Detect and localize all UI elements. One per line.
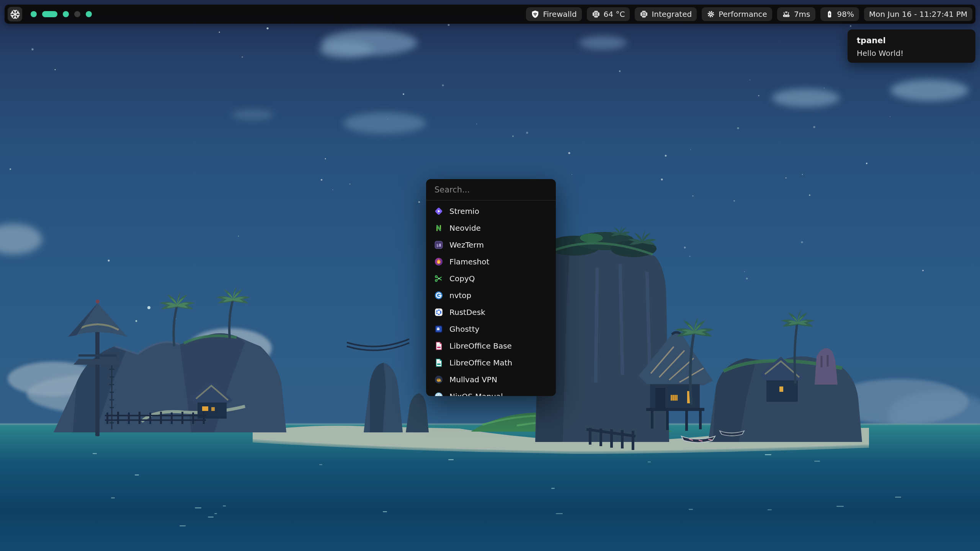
status-widgets: Firewalld 64 °C Integrat [526,7,972,21]
ghostty-icon [434,324,444,334]
app-list: Stremio Neovide $ WezTerm [426,201,556,396]
workspace-dot-occupied[interactable] [86,11,92,17]
app-item-stremio[interactable]: Stremio [426,203,556,220]
app-label: LibreOffice Base [449,341,512,350]
flameshot-icon [434,257,444,267]
app-label: LibreOffice Math [449,358,512,367]
battery-widget[interactable]: 98% [820,7,859,21]
launcher-button[interactable] [8,7,22,21]
clock-widget[interactable]: Mon Jun 16 - 11:27:41 PM [864,7,972,21]
gpu-label: Integrated [652,10,692,19]
mullvad-vpn-icon [434,375,444,385]
workspace-dot-empty[interactable] [74,11,80,17]
gear-icon [707,10,715,18]
app-label: Neovide [449,223,481,233]
neovide-icon [434,223,444,233]
firewall-widget[interactable]: Firewalld [526,7,581,21]
app-item-flameshot[interactable]: Flameshot [426,253,556,270]
gpu-chip-icon [640,10,648,18]
router-icon [782,10,791,18]
app-label: WezTerm [449,240,484,249]
shield-firewall-icon [531,10,539,18]
latency-label: 7ms [794,10,810,19]
app-item-ghostty[interactable]: Ghostty [426,321,556,337]
cpu-temp-widget[interactable]: 64 °C [587,7,630,21]
libreoffice-math-icon [434,358,444,368]
app-item-rustdesk[interactable]: RustDesk [426,304,556,321]
app-launcher: Stremio Neovide $ WezTerm [426,179,556,396]
clock-label: Mon Jun 16 - 11:27:41 PM [869,10,967,19]
copyq-icon [434,274,444,284]
app-item-nixos-manual[interactable]: NixOS Manual [426,388,556,396]
top-bar: Firewalld 64 °C Integrat [5,5,975,24]
app-item-mullvad-vpn[interactable]: Mullvad VPN [426,371,556,388]
firewall-label: Firewalld [543,10,577,19]
nixos-manual-icon [434,391,444,396]
app-label: Stremio [449,207,479,216]
battery-label: 98% [837,10,854,19]
app-label: nvtop [449,291,471,300]
app-item-libreoffice-math[interactable]: LibreOffice Math [426,354,556,371]
app-item-copyq[interactable]: CopyQ [426,270,556,287]
cpu-chip-icon [592,10,600,18]
power-profile-widget[interactable]: Performance [702,7,772,21]
app-item-neovide[interactable]: Neovide [426,220,556,236]
app-label: NixOS Manual [449,392,503,396]
wezterm-icon: $ [434,240,444,250]
notification-app-name: tpanel [857,36,966,45]
workspace-dot-occupied[interactable] [63,11,69,17]
gpu-widget[interactable]: Integrated [635,7,697,21]
nvtop-icon [434,290,444,300]
app-item-libreoffice-base[interactable]: LibreOffice Base [426,337,556,354]
rustdesk-icon [434,307,444,317]
app-label: RustDesk [449,308,485,317]
app-item-wezterm[interactable]: $ WezTerm [426,236,556,253]
notification[interactable]: tpanel Hello World! [848,29,975,63]
notification-body: Hello World! [857,49,966,58]
nix-snowflake-icon [10,9,20,20]
app-label: CopyQ [449,274,475,283]
app-label: Flameshot [449,257,489,266]
stremio-icon [434,206,444,216]
search-input[interactable] [426,185,556,194]
workspace-dots [31,11,92,17]
app-label: Ghostty [449,324,479,334]
svg-text:$: $ [436,243,439,248]
latency-widget[interactable]: 7ms [777,7,815,21]
app-label: Mullvad VPN [449,375,497,384]
workspace-dot-active[interactable] [42,11,57,17]
workspace-dot-occupied[interactable] [31,11,37,17]
search-bar [426,179,556,201]
power-profile-label: Performance [719,10,767,19]
app-item-nvtop[interactable]: nvtop [426,287,556,304]
libreoffice-base-icon [434,341,444,351]
battery-bolt-icon [825,10,834,18]
cpu-temp-label: 64 °C [604,10,625,19]
